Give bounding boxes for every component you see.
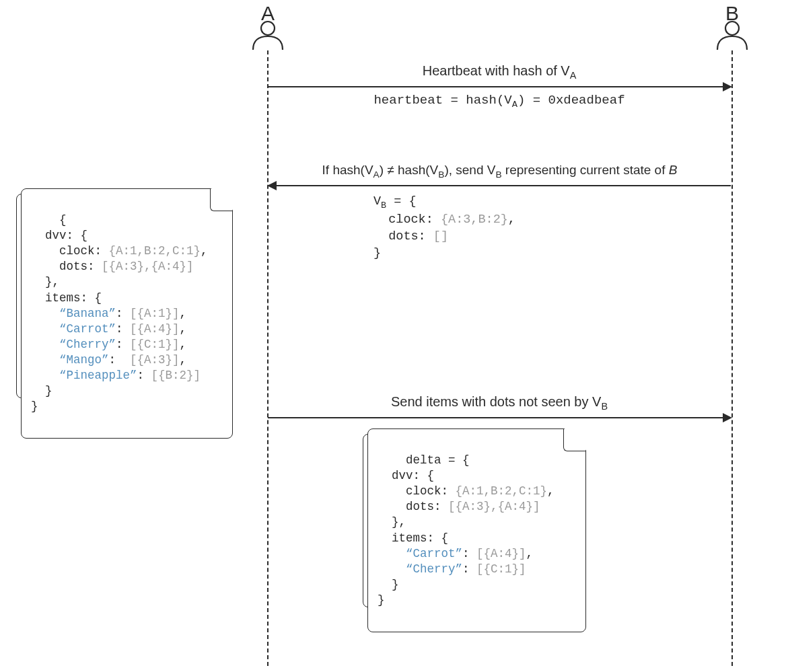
arrow-send-vb-label: If hash(VA) ≠ hash(VB), send VB represen…	[269, 163, 731, 180]
actor-a: A	[247, 3, 289, 50]
user-icon	[250, 20, 286, 50]
user-icon	[714, 20, 750, 50]
delta-note: delta = { dvv: { clock: {A:1,B:2,C:1}, d…	[367, 428, 586, 632]
state-a-note: { dvv: { clock: {A:1,B:2,C:1}, dots: [{A…	[21, 188, 233, 439]
arrow-send-delta: Send items with dots not seen by VB	[268, 417, 731, 418]
state-a-code: { dvv: { clock: {A:1,B:2,C:1}, dots: [{A…	[31, 213, 208, 413]
lifeline-a	[267, 50, 269, 666]
arrow-heartbeat: Heartbeat with hash of VA heartbeat = ha…	[268, 86, 731, 87]
arrow-send-vb: If hash(VA) ≠ hash(VB), send VB represen…	[269, 185, 731, 186]
arrow-heartbeat-code: heartbeat = hash(VA) = 0xdeadbeaf	[268, 93, 731, 110]
arrow-send-delta-label: Send items with dots not seen by VB	[268, 394, 731, 412]
delta-code: delta = { dvv: { clock: {A:1,B:2,C:1}, d…	[378, 453, 555, 607]
vb-code-block: VB = { clock: {A:3,B:2}, dots: [] }	[373, 194, 515, 262]
arrow-heartbeat-label: Heartbeat with hash of VA	[268, 63, 731, 81]
actor-b: B	[711, 3, 753, 50]
lifeline-b	[731, 50, 733, 666]
